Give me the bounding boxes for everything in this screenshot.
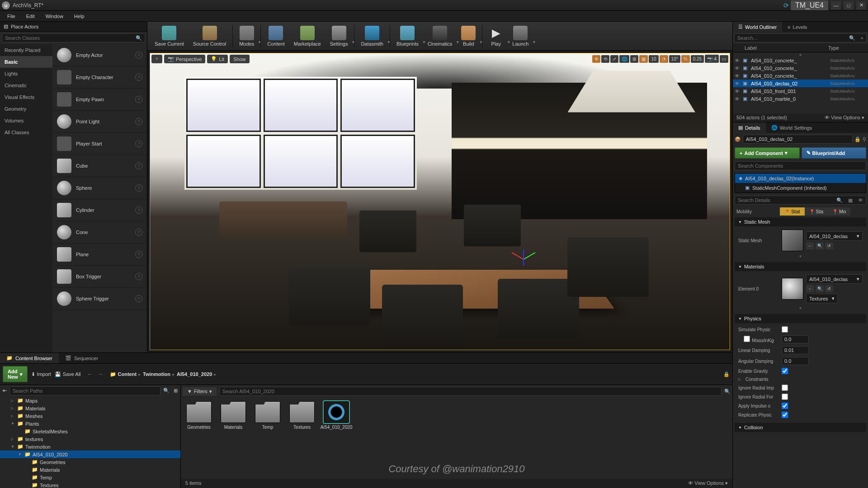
menu-edit[interactable]: Edit: [21, 12, 40, 20]
toolbar-marketplace-button[interactable]: Marketplace: [289, 23, 326, 50]
maximize-button[interactable]: □: [844, 1, 854, 9]
place-item[interactable]: Empty Character?: [52, 66, 147, 89]
ignore-radial-force-checkbox[interactable]: [782, 394, 788, 400]
use-selected-icon[interactable]: ←: [806, 285, 814, 292]
help-icon[interactable]: ?: [135, 251, 142, 258]
visibility-icon[interactable]: 👁: [735, 81, 741, 86]
chevron-down-icon[interactable]: ▼: [532, 40, 537, 44]
toolbar-save-current-button[interactable]: Save Current: [150, 23, 189, 50]
lock-icon[interactable]: 🔒: [854, 136, 861, 142]
help-icon[interactable]: ?: [135, 74, 142, 81]
tree-folder[interactable]: 📁SkeletalMeshes: [0, 427, 180, 435]
search-icon[interactable]: 🔍: [133, 35, 145, 41]
viewport-perspective-button[interactable]: 📷Perspective: [164, 55, 205, 63]
help-icon[interactable]: ?: [135, 52, 142, 59]
tree-folder[interactable]: ▼📁AI54_010_2020: [0, 450, 180, 458]
grid-snap-button[interactable]: ▦: [639, 55, 648, 63]
asset-item[interactable]: Geometries: [184, 401, 213, 430]
help-icon[interactable]: ?: [135, 229, 142, 236]
section-header[interactable]: ▼Materials: [735, 262, 866, 271]
apply-impulse-checkbox[interactable]: [782, 403, 788, 409]
help-icon[interactable]: ?: [135, 273, 142, 280]
expand-icon[interactable]: ▼: [738, 306, 863, 310]
visibility-icon[interactable]: 👁: [735, 66, 741, 71]
browse-icon[interactable]: 🔍: [816, 285, 824, 292]
blueprint-add-button[interactable]: ✎ Blueprint/Add: [802, 147, 867, 159]
help-icon[interactable]: ?: [135, 140, 142, 147]
content-browser-tab[interactable]: 📁Content Browser: [0, 353, 59, 363]
outliner-row[interactable]: 👁▣AI54_010_marble_0StaticMeshAc: [733, 95, 868, 103]
nav-forward-button[interactable]: →: [96, 370, 106, 378]
scale-snap-button[interactable]: %: [681, 55, 690, 63]
chevron-down-icon[interactable]: ▼: [351, 40, 356, 44]
component-root[interactable]: ◆AI54_010_declas_02(Instance): [735, 174, 866, 183]
mass-override-checkbox[interactable]: [744, 336, 750, 342]
reset-icon[interactable]: ↺: [825, 285, 833, 292]
place-item[interactable]: Player Start?: [52, 133, 147, 155]
tree-folder[interactable]: ▷📁textures: [0, 435, 180, 443]
chevron-down-icon[interactable]: ▼: [387, 40, 392, 44]
add-new-button[interactable]: Add New ▾: [3, 366, 28, 382]
help-icon[interactable]: ?: [135, 206, 142, 214]
breadcrumb-item[interactable]: Twinmotion: [143, 371, 170, 377]
save-all-button[interactable]: 💾 Save All: [55, 371, 81, 377]
toggle-sources-icon[interactable]: ⇤: [1, 386, 8, 395]
linear-damping-input[interactable]: [782, 346, 809, 354]
place-category[interactable]: All Classes: [0, 127, 52, 138]
tree-folder[interactable]: 📁Textures: [0, 481, 180, 488]
world-outliner-tab[interactable]: ☰World Outliner: [733, 22, 782, 32]
tree-folder[interactable]: ▷📁Materials: [0, 404, 180, 412]
menu-window[interactable]: Window: [40, 12, 69, 20]
material-thumbnail[interactable]: [782, 278, 803, 300]
toolbar-settings-button[interactable]: Settings▼: [326, 23, 353, 50]
place-category[interactable]: Visual Effects: [0, 91, 52, 103]
toolbar-datasmith-button[interactable]: Datasmith▼: [356, 23, 388, 50]
place-category[interactable]: Basic: [0, 56, 52, 68]
asset-item[interactable]: Materials: [219, 401, 248, 430]
expand-icon[interactable]: ▷: [11, 406, 15, 410]
help-icon[interactable]: ?: [135, 184, 142, 192]
outliner-search[interactable]: 🔍 +: [734, 33, 867, 42]
outliner-row[interactable]: 👁▣AI54_010_concrete_StaticMeshAc: [733, 56, 868, 64]
place-category[interactable]: Geometry: [0, 103, 52, 115]
place-category[interactable]: Lights: [0, 68, 52, 80]
expand-icon[interactable]: ▼: [18, 452, 23, 456]
tree-folder[interactable]: ▷📁Maps: [0, 397, 180, 404]
angle-snap-value[interactable]: 10°: [669, 55, 680, 63]
viewport-lit-button[interactable]: 💡Lit: [207, 55, 228, 63]
expand-icon[interactable]: ▷: [11, 399, 15, 403]
import-button[interactable]: ⬇ Import: [31, 371, 51, 377]
menu-file[interactable]: File: [2, 12, 21, 20]
search-paths-input[interactable]: [9, 386, 160, 395]
place-item[interactable]: Point Light?: [52, 111, 147, 133]
viewport-show-button[interactable]: Show: [230, 55, 250, 63]
help-icon[interactable]: ?: [135, 118, 142, 125]
place-item[interactable]: Sphere?: [52, 177, 147, 199]
tree-folder[interactable]: ▼📁Twinmotion: [0, 443, 180, 450]
transform-gizmo[interactable]: [509, 246, 537, 273]
tree-folder[interactable]: ▷📁Meshes: [0, 412, 180, 420]
tree-folder[interactable]: 📁Temp: [0, 474, 180, 481]
search-icon[interactable]: 🔍: [846, 35, 858, 41]
add-icon[interactable]: +: [858, 35, 866, 41]
assets-grid[interactable]: GeometriesMaterialsTempTexturesAI54_010_…: [181, 398, 732, 479]
world-settings-tab[interactable]: 🌐World Settings: [766, 122, 817, 133]
viewport-menu-button[interactable]: ▼: [151, 55, 162, 63]
outliner-row[interactable]: 👁▣AI54_010_front_001StaticMeshAc: [733, 87, 868, 95]
toolbar-blueprints-button[interactable]: Blueprints▼: [392, 23, 423, 50]
search-classes-input[interactable]: [2, 34, 133, 42]
section-header[interactable]: ▼Static Mesh: [735, 217, 866, 226]
asset-item[interactable]: Temp: [253, 401, 282, 430]
scale-mode-button[interactable]: ⤢: [610, 55, 618, 63]
section-header[interactable]: ▼Collision: [735, 423, 866, 432]
details-tab[interactable]: ▤Details: [733, 122, 766, 133]
sync-icon[interactable]: ⟳: [783, 2, 789, 9]
asset-item[interactable]: Textures: [288, 401, 316, 430]
mobility-movable[interactable]: 📍Mo: [828, 207, 850, 216]
place-actors-tab[interactable]: ▧ Place Actors: [0, 22, 147, 32]
component-mesh[interactable]: ▣StaticMeshComponent (Inherited): [735, 183, 866, 192]
scale-snap-value[interactable]: 0.25: [691, 55, 704, 63]
browse-icon[interactable]: 🔍: [816, 242, 824, 249]
reset-icon[interactable]: ↺: [825, 242, 833, 249]
replicate-physics-checkbox[interactable]: [782, 412, 788, 418]
